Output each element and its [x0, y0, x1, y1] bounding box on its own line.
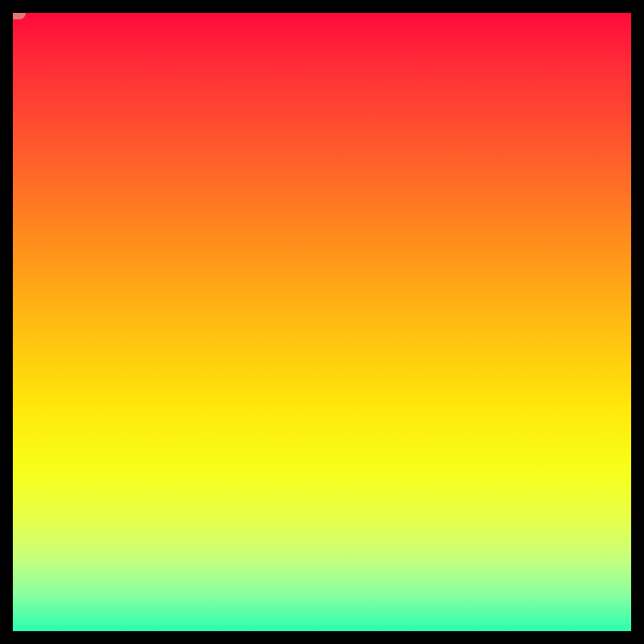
bottleneck-curve	[13, 13, 631, 631]
chart-frame	[0, 0, 644, 644]
plot-area	[13, 13, 631, 631]
